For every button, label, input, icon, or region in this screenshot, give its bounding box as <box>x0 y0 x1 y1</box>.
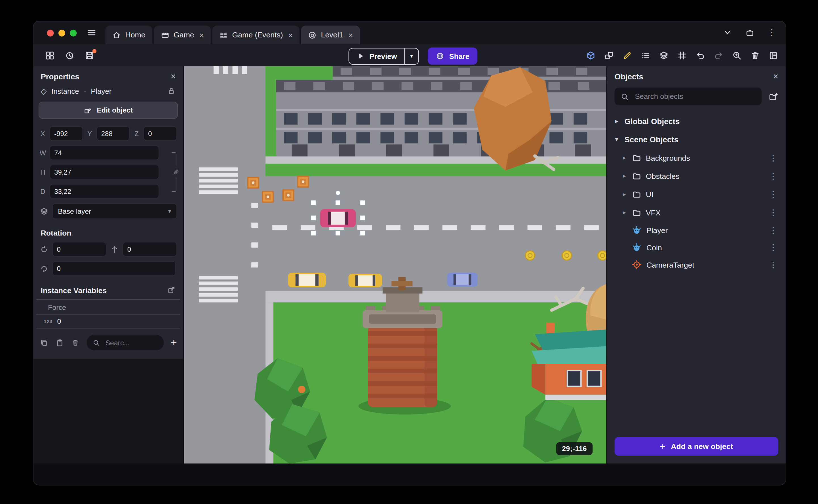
add-variable-button[interactable]: + <box>171 337 177 348</box>
close-tab-icon[interactable]: × <box>287 31 293 39</box>
tab-game-events[interactable]: Game (Events) × <box>212 26 300 44</box>
kebab-menu-icon[interactable]: ⋮ <box>768 28 776 37</box>
depth-input[interactable] <box>50 184 159 199</box>
preview-button[interactable]: Preview ▾ <box>348 48 419 64</box>
position-row: X Y Z <box>33 126 183 141</box>
global-objects-section[interactable]: ▸ Global Objects <box>607 112 786 130</box>
rotation-y-input[interactable] <box>122 242 177 257</box>
minimize-window-button[interactable] <box>58 30 65 37</box>
properties-panel: Properties × ◇ Instance - Player Edit ob… <box>33 66 183 359</box>
game-icon <box>160 31 169 39</box>
app-window: Home Game × Game (Events) × Level1 × ⋮ <box>33 21 786 486</box>
editor-settings-icon[interactable] <box>768 50 778 60</box>
y-input[interactable] <box>96 126 130 141</box>
extensions-icon[interactable] <box>745 27 755 37</box>
z-input[interactable] <box>143 126 177 141</box>
cursor-coordinates-badge: 29;-116 <box>556 442 593 455</box>
close-tab-icon[interactable]: × <box>198 31 204 39</box>
rotate-z-icon <box>40 264 48 273</box>
kebab-menu-icon[interactable]: ⋮ <box>765 154 781 162</box>
layer-select[interactable]: Base layer ▾ <box>52 203 177 219</box>
redo-icon[interactable] <box>714 50 724 60</box>
rotation-x-input[interactable] <box>52 242 106 257</box>
undo-icon[interactable] <box>696 50 705 60</box>
lock-aspect-ratio-button[interactable] <box>172 167 180 178</box>
delete-variable-icon[interactable] <box>71 338 80 347</box>
chevron-down-icon: ▾ <box>614 136 620 143</box>
kebab-menu-icon[interactable]: ⋮ <box>765 243 781 251</box>
objects-search-input[interactable] <box>634 92 756 101</box>
rotation-title: Rotation <box>33 224 183 242</box>
close-panel-icon[interactable]: × <box>171 72 176 81</box>
variables-search-box[interactable] <box>86 335 164 350</box>
close-window-button[interactable] <box>47 30 54 37</box>
tab-label: Game (Events) <box>232 31 283 39</box>
kebab-menu-icon[interactable]: ⋮ <box>765 261 781 269</box>
grid-icon[interactable] <box>677 50 687 60</box>
scene-icon <box>308 31 317 39</box>
main-menu-button[interactable] <box>86 27 96 37</box>
layers-icon[interactable] <box>659 50 669 60</box>
h-label: H <box>40 168 46 176</box>
preview-options-caret[interactable]: ▾ <box>404 48 419 64</box>
variable-name-cell[interactable]: Force <box>37 300 180 315</box>
kebab-menu-icon[interactable]: ⋮ <box>765 208 781 217</box>
object-row-coin[interactable]: Coin ⋮ <box>607 239 786 256</box>
scene-objects-label: Scene Objects <box>625 135 679 144</box>
x-input[interactable] <box>50 126 83 141</box>
3d-view-icon[interactable] <box>586 50 596 60</box>
edit-object-button[interactable]: Edit object <box>39 102 178 119</box>
rotation-z-input[interactable] <box>52 261 176 276</box>
copy-icon[interactable] <box>40 338 48 347</box>
width-input[interactable] <box>50 145 159 160</box>
instances-icon[interactable] <box>604 50 614 60</box>
close-tab-icon[interactable]: × <box>347 31 353 39</box>
save-button[interactable] <box>84 50 94 60</box>
chevron-down-icon[interactable] <box>722 27 732 37</box>
objects-panel: Objects × ▸ Global Objects ▾ Scene Objec… <box>606 66 786 464</box>
tab-level1[interactable]: Level1 × <box>301 26 360 44</box>
properties-list-icon[interactable] <box>641 50 651 60</box>
scene-objects-section[interactable]: ▾ Scene Objects <box>607 130 786 149</box>
properties-title: Properties <box>41 72 79 81</box>
plus-icon: + <box>660 441 665 451</box>
maximize-window-button[interactable] <box>70 30 77 37</box>
kebab-menu-icon[interactable]: ⋮ <box>765 190 781 198</box>
main-area: Properties × ◇ Instance - Player Edit ob… <box>33 66 786 464</box>
trash-icon[interactable] <box>750 50 760 60</box>
folder-row-obstacles[interactable]: ▸ Obstacles ⋮ <box>607 167 786 185</box>
paste-icon[interactable] <box>55 338 64 347</box>
layout-panels-icon[interactable] <box>45 50 55 60</box>
edit-mode-pencil-icon[interactable] <box>622 50 632 60</box>
variable-value-cell[interactable]: 123 0 <box>37 315 180 329</box>
close-panel-icon[interactable]: × <box>773 72 778 81</box>
kebab-menu-icon[interactable]: ⋮ <box>765 226 781 234</box>
tab-game[interactable]: Game × <box>154 26 211 44</box>
variable-value: 0 <box>57 317 61 325</box>
folder-row-vfx[interactable]: ▸ VFX ⋮ <box>607 203 786 221</box>
object-label: Coin <box>646 243 662 251</box>
titlebar: Home Game × Game (Events) × Level1 × ⋮ <box>33 21 786 44</box>
play-icon <box>356 52 365 60</box>
kebab-menu-icon[interactable]: ⋮ <box>765 172 781 180</box>
open-variables-editor-button[interactable] <box>167 286 176 295</box>
rotation-row-1 <box>33 242 183 257</box>
share-button[interactable]: Share <box>428 47 477 65</box>
tab-home[interactable]: Home <box>105 26 152 44</box>
objects-search-box[interactable] <box>615 88 762 105</box>
object-row-player[interactable]: Player ⋮ <box>607 222 786 239</box>
height-input[interactable] <box>50 165 159 179</box>
zoom-in-icon[interactable] <box>732 50 742 60</box>
chevron-right-icon: ▸ <box>622 173 628 179</box>
scene-render[interactable] <box>184 66 606 464</box>
scene-editor-canvas[interactable]: 29;-116 <box>184 66 606 464</box>
folder-row-ui[interactable]: ▸ UI ⋮ <box>607 185 786 203</box>
variables-search-input[interactable] <box>104 338 151 347</box>
folder-row-backgrounds[interactable]: ▸ Backgrounds ⋮ <box>607 149 786 167</box>
rotation-row-2 <box>33 261 183 276</box>
add-folder-icon[interactable] <box>768 92 778 101</box>
history-icon[interactable] <box>65 50 75 60</box>
object-row-cameratarget[interactable]: CameraTarget ⋮ <box>607 256 786 273</box>
lock-toggle[interactable] <box>167 86 176 95</box>
add-new-object-button[interactable]: + Add a new object <box>615 437 779 456</box>
